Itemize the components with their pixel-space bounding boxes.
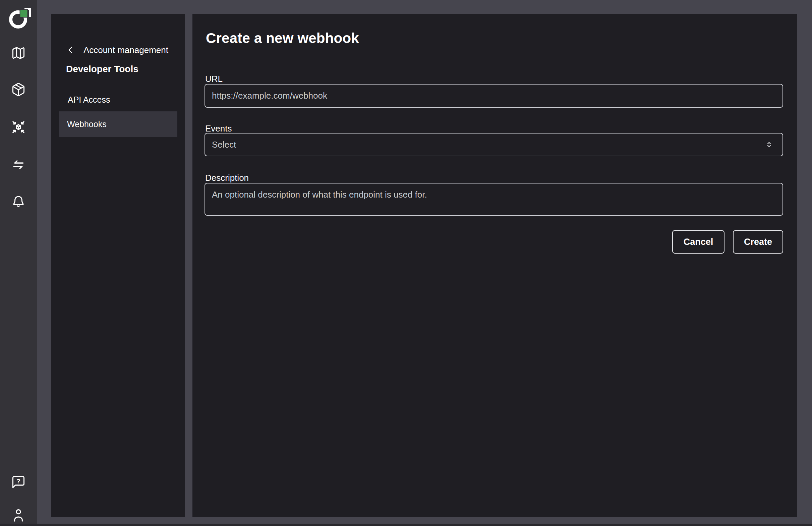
window-bottom-edge <box>0 524 812 526</box>
sidebar-item-label: API Access <box>68 95 110 105</box>
transfers-icon[interactable] <box>11 157 26 172</box>
sidebar-item-webhooks[interactable]: Webhooks <box>59 111 177 137</box>
back-button[interactable]: Account management <box>67 42 168 58</box>
form-actions: Cancel Create <box>672 230 783 254</box>
app-logo[interactable] <box>7 5 31 29</box>
package-icon[interactable] <box>11 82 26 97</box>
map-icon[interactable] <box>11 46 26 60</box>
notifications-bell-icon[interactable] <box>11 194 26 209</box>
main-content: Create a new webhook URL Events Select D… <box>192 14 797 517</box>
url-label: URL <box>205 74 222 84</box>
description-label: Description <box>205 173 249 183</box>
events-select[interactable]: Select <box>204 133 783 156</box>
page-title: Create a new webhook <box>206 30 359 46</box>
sidebar-item-api-access[interactable]: API Access <box>51 88 185 112</box>
question-glyph: ? <box>16 478 20 485</box>
account-person-icon[interactable] <box>11 507 26 522</box>
cancel-button[interactable]: Cancel <box>672 230 725 254</box>
chevron-left-icon <box>67 46 74 54</box>
create-button[interactable]: Create <box>733 230 783 254</box>
settings-sidebar: Account management Developer Tools API A… <box>51 14 185 517</box>
chevrons-up-down-icon <box>764 140 774 149</box>
pack-box-icon[interactable] <box>11 120 26 134</box>
app-window: ? Account management Developer Tools API… <box>0 0 812 526</box>
url-input[interactable] <box>204 84 783 108</box>
events-label: Events <box>205 124 232 134</box>
sidebar-item-label: Webhooks <box>67 119 106 129</box>
icon-rail: ? <box>0 0 37 526</box>
events-select-value: Select <box>212 140 764 150</box>
help-chat-icon[interactable]: ? <box>11 475 26 489</box>
description-textarea[interactable] <box>204 183 783 216</box>
section-title: Developer Tools <box>66 64 139 74</box>
back-label: Account management <box>84 45 168 55</box>
